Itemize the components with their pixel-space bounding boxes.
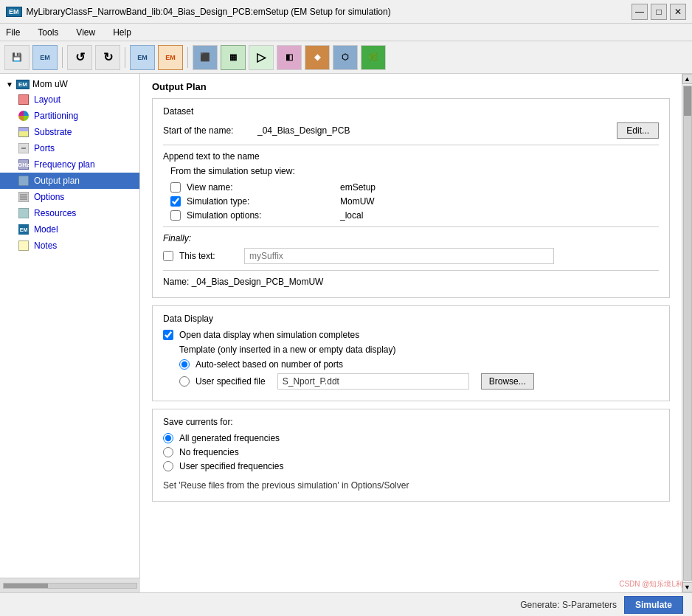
name-value: _04_Bias_Design_PCB_MomUW xyxy=(192,277,324,287)
toolbar-hex-button[interactable]: ⬡ xyxy=(333,45,358,70)
sim-options-row: Simulation options: _local xyxy=(170,210,659,221)
auto-select-label: Auto-select based on number of ports xyxy=(196,359,343,370)
separator2 xyxy=(163,226,659,227)
minimize-button[interactable]: — xyxy=(632,4,648,20)
this-text-checkbox[interactable] xyxy=(163,251,173,261)
sim-options-value: _local xyxy=(340,210,363,221)
sidebar-item-resources-label: Resources xyxy=(34,208,76,218)
right-scrollbar[interactable]: ▲ ▼ xyxy=(682,74,692,592)
scrollbar-up[interactable]: ▲ xyxy=(682,74,693,84)
partitioning-icon xyxy=(18,110,30,122)
sidebar-item-substrate[interactable]: Substrate xyxy=(0,124,139,140)
status-text: Set 'Reuse files from the previous simul… xyxy=(163,477,659,494)
open-dd-checkbox[interactable] xyxy=(163,330,173,340)
sidebar-root-item[interactable]: ▼ EM Mom uW xyxy=(0,77,139,91)
user-file-input[interactable] xyxy=(277,373,469,390)
no-freq-label: No frequencies xyxy=(179,447,239,457)
sidebar-item-frequency-plan[interactable]: GHz Frequency plan xyxy=(0,156,139,173)
toolbar-play-button[interactable]: ▷ xyxy=(249,45,274,70)
sidebar-item-notes-label: Notes xyxy=(34,240,57,251)
user-freq-radio[interactable] xyxy=(163,461,173,471)
start-name-row: Start of the name: _04_Bias_Design_PCB E… xyxy=(163,122,659,139)
output-icon xyxy=(18,175,30,187)
append-section: From the simulation setup view: View nam… xyxy=(163,166,659,221)
scrollbar-thumb[interactable] xyxy=(684,86,691,116)
toolbar-block-button[interactable]: ⬛ xyxy=(193,45,218,70)
toolbar-sep1 xyxy=(62,47,63,68)
title-bar-left: EM MyLibraryClassF_NarrowBand_lib:04_Bia… xyxy=(6,7,391,17)
menu-view[interactable]: View xyxy=(73,26,98,39)
all-freq-radio[interactable] xyxy=(163,433,173,443)
sidebar-item-ports[interactable]: Ports xyxy=(0,140,139,156)
this-text-label: This text: xyxy=(179,251,238,261)
scroll-thumb[interactable] xyxy=(4,584,48,588)
view-name-row: View name: emSetup xyxy=(170,182,659,193)
toolbar-save-button[interactable]: 💾 xyxy=(4,45,30,70)
svg-rect-2 xyxy=(18,176,29,186)
scrollbar-track xyxy=(683,86,692,581)
toolbar-em1-button[interactable]: EM xyxy=(32,45,58,70)
name-display: Name: _04_Bias_Design_PCB_MomUW xyxy=(163,277,659,287)
sidebar: ▼ EM Mom uW Layout Partitioning Substrat… xyxy=(0,74,140,592)
toolbar-diamond-button[interactable]: ◆ xyxy=(305,45,330,70)
sidebar-item-resources[interactable]: Resources xyxy=(0,205,139,221)
toolbar-undo-button[interactable]: ↺ xyxy=(67,45,92,70)
toolbar-sep2 xyxy=(125,47,125,68)
sim-type-checkbox[interactable] xyxy=(170,196,181,207)
toolbar-em2-button[interactable]: EM xyxy=(130,45,155,70)
sidebar-item-layout[interactable]: Layout xyxy=(0,91,139,108)
maximize-button[interactable]: □ xyxy=(651,4,667,20)
auto-select-radio[interactable] xyxy=(179,359,190,370)
close-button[interactable]: ✕ xyxy=(670,4,686,20)
view-name-checkbox[interactable] xyxy=(170,182,181,193)
this-text-input[interactable] xyxy=(244,248,554,264)
separator1 xyxy=(163,145,659,145)
sidebar-item-layout-label: Layout xyxy=(34,94,60,105)
sidebar-item-ports-label: Ports xyxy=(34,143,55,153)
toolbar-green-button[interactable]: 🌿 xyxy=(361,45,386,70)
sidebar-item-partitioning[interactable]: Partitioning xyxy=(0,108,139,124)
template-label: Template (only inserted in a new or empt… xyxy=(179,345,659,355)
toolbar-em3-button[interactable]: EM xyxy=(158,45,183,70)
user-file-radio[interactable] xyxy=(179,376,190,387)
sidebar-item-options[interactable]: Options xyxy=(0,189,139,205)
toolbar-layers-button[interactable]: ▦ xyxy=(221,45,246,70)
sim-type-label: Simulation type: xyxy=(187,196,305,207)
menu-bar: File Tools View Help xyxy=(0,24,692,41)
dataset-subsection: Dataset Start of the name: _04_Bias_Desi… xyxy=(152,98,670,298)
sidebar-item-model[interactable]: EM Model xyxy=(0,221,139,238)
toolbar-sep3 xyxy=(187,47,188,68)
layout-icon xyxy=(18,94,30,105)
sidebar-item-partitioning-label: Partitioning xyxy=(34,111,78,121)
sim-options-checkbox[interactable] xyxy=(170,210,181,221)
all-freq-row: All generated frequencies xyxy=(163,433,659,443)
save-currents-title: Save currents for: xyxy=(163,417,659,427)
sidebar-tree: ▼ EM Mom uW Layout Partitioning Substrat… xyxy=(0,74,139,578)
toolbar-redo-button[interactable]: ↻ xyxy=(95,45,120,70)
menu-help[interactable]: Help xyxy=(110,26,134,39)
this-text-row: This text: xyxy=(163,248,659,264)
user-file-row: User specified file Browse... xyxy=(179,373,659,390)
data-display-subsection: Data Display Open data display when simu… xyxy=(152,305,670,401)
simulate-button[interactable]: Simulate xyxy=(624,596,683,614)
generate-value: S-Parameters xyxy=(562,600,617,610)
generate-label: Generate: S-Parameters xyxy=(520,600,617,610)
toolbar-3d-button[interactable]: ◧ xyxy=(277,45,302,70)
menu-tools[interactable]: Tools xyxy=(35,26,61,39)
ports-icon xyxy=(18,142,30,154)
no-freq-radio[interactable] xyxy=(163,447,173,457)
sidebar-scrollbar[interactable] xyxy=(0,578,140,592)
sidebar-item-substrate-label: Substrate xyxy=(34,127,72,137)
edit-button[interactable]: Edit... xyxy=(617,122,659,139)
frequency-icon: GHz xyxy=(18,159,30,170)
sidebar-item-output-plan[interactable]: Output plan xyxy=(0,173,139,189)
window-controls[interactable]: — □ ✕ xyxy=(632,4,686,20)
section-title: Output Plan xyxy=(152,81,670,92)
user-freq-label: User specified frequencies xyxy=(179,461,283,471)
substrate-icon xyxy=(18,126,30,138)
watermark: CSDN @知乐境L利 xyxy=(619,579,683,589)
sidebar-item-notes[interactable]: Notes xyxy=(0,238,139,254)
scrollbar-down[interactable]: ▼ xyxy=(682,582,693,592)
menu-file[interactable]: File xyxy=(3,26,23,39)
browse-button[interactable]: Browse... xyxy=(481,373,534,390)
